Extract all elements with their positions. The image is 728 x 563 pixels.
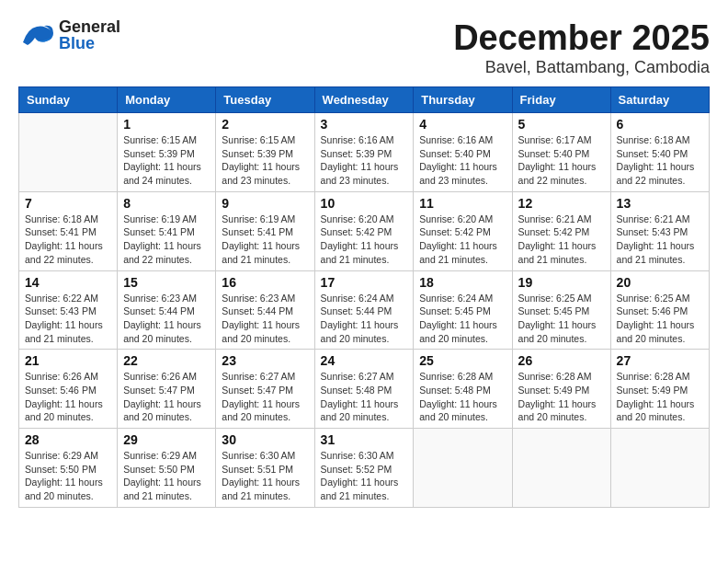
day-number: 7 (25, 196, 111, 211)
calendar-header-friday: Friday (512, 87, 610, 113)
day-info: Sunrise: 6:18 AM Sunset: 5:41 PM Dayligh… (25, 213, 111, 267)
day-number: 18 (419, 275, 506, 290)
calendar-header-sunday: Sunday (19, 87, 118, 113)
day-info: Sunrise: 6:20 AM Sunset: 5:42 PM Dayligh… (321, 213, 408, 267)
calendar-cell: 15Sunrise: 6:23 AM Sunset: 5:44 PM Dayli… (118, 270, 216, 350)
calendar-cell: 28Sunrise: 6:29 AM Sunset: 5:50 PM Dayli… (19, 429, 118, 508)
day-info: Sunrise: 6:30 AM Sunset: 5:52 PM Dayligh… (321, 449, 408, 503)
calendar-cell: 16Sunrise: 6:23 AM Sunset: 5:44 PM Dayli… (216, 270, 314, 350)
calendar-cell: 12Sunrise: 6:21 AM Sunset: 5:42 PM Dayli… (512, 191, 610, 270)
calendar-week-3: 14Sunrise: 6:22 AM Sunset: 5:43 PM Dayli… (19, 270, 710, 350)
logo: General Blue (18, 18, 120, 52)
calendar-cell: 14Sunrise: 6:22 AM Sunset: 5:43 PM Dayli… (19, 270, 118, 350)
day-info: Sunrise: 6:30 AM Sunset: 5:51 PM Dayligh… (222, 449, 308, 503)
location-title: Bavel, Battambang, Cambodia (453, 58, 710, 77)
day-info: Sunrise: 6:25 AM Sunset: 5:45 PM Dayligh… (518, 292, 605, 346)
calendar-cell: 17Sunrise: 6:24 AM Sunset: 5:44 PM Dayli… (314, 270, 414, 350)
calendar-cell: 18Sunrise: 6:24 AM Sunset: 5:45 PM Dayli… (414, 270, 512, 350)
day-info: Sunrise: 6:19 AM Sunset: 5:41 PM Dayligh… (123, 213, 210, 267)
calendar-cell: 23Sunrise: 6:27 AM Sunset: 5:47 PM Dayli… (216, 350, 314, 429)
day-info: Sunrise: 6:15 AM Sunset: 5:39 PM Dayligh… (123, 133, 210, 188)
day-number: 22 (123, 353, 210, 368)
day-info: Sunrise: 6:26 AM Sunset: 5:46 PM Dayligh… (25, 370, 111, 424)
day-number: 3 (321, 117, 408, 132)
day-number: 15 (123, 275, 210, 290)
calendar-cell: 4Sunrise: 6:16 AM Sunset: 5:40 PM Daylig… (414, 113, 512, 192)
day-number: 21 (25, 353, 111, 368)
calendar-week-1: 1Sunrise: 6:15 AM Sunset: 5:39 PM Daylig… (19, 113, 710, 192)
calendar-cell: 11Sunrise: 6:20 AM Sunset: 5:42 PM Dayli… (414, 191, 512, 270)
day-info: Sunrise: 6:17 AM Sunset: 5:40 PM Dayligh… (518, 133, 605, 188)
calendar-cell: 22Sunrise: 6:26 AM Sunset: 5:47 PM Dayli… (118, 350, 216, 429)
calendar-cell: 1Sunrise: 6:15 AM Sunset: 5:39 PM Daylig… (118, 113, 216, 192)
day-info: Sunrise: 6:15 AM Sunset: 5:39 PM Dayligh… (222, 133, 308, 188)
day-info: Sunrise: 6:26 AM Sunset: 5:47 PM Dayligh… (123, 370, 210, 424)
day-number: 5 (518, 117, 605, 132)
day-number: 19 (518, 275, 605, 290)
day-info: Sunrise: 6:25 AM Sunset: 5:46 PM Dayligh… (617, 292, 703, 346)
day-info: Sunrise: 6:28 AM Sunset: 5:49 PM Dayligh… (518, 370, 605, 424)
day-info: Sunrise: 6:24 AM Sunset: 5:44 PM Dayligh… (321, 292, 408, 346)
day-info: Sunrise: 6:29 AM Sunset: 5:50 PM Dayligh… (123, 449, 210, 503)
calendar-cell: 6Sunrise: 6:18 AM Sunset: 5:40 PM Daylig… (610, 113, 709, 192)
day-info: Sunrise: 6:23 AM Sunset: 5:44 PM Dayligh… (123, 292, 210, 346)
calendar-cell: 2Sunrise: 6:15 AM Sunset: 5:39 PM Daylig… (216, 113, 314, 192)
day-number: 4 (419, 117, 506, 132)
day-info: Sunrise: 6:21 AM Sunset: 5:43 PM Dayligh… (617, 213, 703, 267)
calendar-week-5: 28Sunrise: 6:29 AM Sunset: 5:50 PM Dayli… (19, 429, 710, 508)
day-number: 31 (321, 432, 408, 447)
day-info: Sunrise: 6:28 AM Sunset: 5:48 PM Dayligh… (419, 370, 506, 424)
day-number: 6 (617, 117, 703, 132)
day-info: Sunrise: 6:16 AM Sunset: 5:39 PM Dayligh… (321, 133, 408, 188)
day-number: 26 (518, 353, 605, 368)
calendar-cell: 5Sunrise: 6:17 AM Sunset: 5:40 PM Daylig… (512, 113, 610, 192)
day-number: 12 (518, 196, 605, 211)
calendar-cell (610, 429, 709, 508)
calendar-header-thursday: Thursday (414, 87, 512, 113)
day-number: 17 (321, 275, 408, 290)
calendar-cell: 13Sunrise: 6:21 AM Sunset: 5:43 PM Dayli… (610, 191, 709, 270)
day-info: Sunrise: 6:24 AM Sunset: 5:45 PM Dayligh… (419, 292, 506, 346)
title-area: December 2025 Bavel, Battambang, Cambodi… (453, 18, 710, 77)
calendar-cell: 21Sunrise: 6:26 AM Sunset: 5:46 PM Dayli… (19, 350, 118, 429)
calendar-cell: 19Sunrise: 6:25 AM Sunset: 5:45 PM Dayli… (512, 270, 610, 350)
logo-blue: Blue (59, 35, 120, 52)
calendar-header-saturday: Saturday (610, 87, 709, 113)
calendar-week-4: 21Sunrise: 6:26 AM Sunset: 5:46 PM Dayli… (19, 350, 710, 429)
day-number: 29 (123, 432, 210, 447)
calendar-header-tuesday: Tuesday (216, 87, 314, 113)
day-number: 23 (222, 353, 308, 368)
calendar-cell: 31Sunrise: 6:30 AM Sunset: 5:52 PM Dayli… (314, 429, 414, 508)
logo-general: General (59, 18, 120, 35)
day-number: 13 (617, 196, 703, 211)
calendar-cell: 10Sunrise: 6:20 AM Sunset: 5:42 PM Dayli… (314, 191, 414, 270)
calendar-cell: 26Sunrise: 6:28 AM Sunset: 5:49 PM Dayli… (512, 350, 610, 429)
calendar-cell: 29Sunrise: 6:29 AM Sunset: 5:50 PM Dayli… (118, 429, 216, 508)
day-info: Sunrise: 6:21 AM Sunset: 5:42 PM Dayligh… (518, 213, 605, 267)
day-number: 2 (222, 117, 308, 132)
day-number: 20 (617, 275, 703, 290)
calendar-cell (19, 113, 118, 192)
calendar-cell: 25Sunrise: 6:28 AM Sunset: 5:48 PM Dayli… (414, 350, 512, 429)
logo-icon (18, 19, 55, 52)
day-number: 11 (419, 196, 506, 211)
calendar-week-2: 7Sunrise: 6:18 AM Sunset: 5:41 PM Daylig… (19, 191, 710, 270)
calendar-header-monday: Monday (118, 87, 216, 113)
day-info: Sunrise: 6:18 AM Sunset: 5:40 PM Dayligh… (617, 133, 703, 188)
day-number: 30 (222, 432, 308, 447)
day-number: 9 (222, 196, 308, 211)
month-title: December 2025 (453, 18, 710, 58)
calendar-cell: 8Sunrise: 6:19 AM Sunset: 5:41 PM Daylig… (118, 191, 216, 270)
day-number: 14 (25, 275, 111, 290)
day-info: Sunrise: 6:16 AM Sunset: 5:40 PM Dayligh… (419, 133, 506, 188)
day-number: 25 (419, 353, 506, 368)
logo-text: General Blue (59, 18, 120, 52)
calendar-cell (414, 429, 512, 508)
day-number: 27 (617, 353, 703, 368)
day-info: Sunrise: 6:28 AM Sunset: 5:49 PM Dayligh… (617, 370, 703, 424)
page-header: General Blue December 2025 Bavel, Battam… (18, 18, 710, 77)
day-number: 10 (321, 196, 408, 211)
calendar-cell: 20Sunrise: 6:25 AM Sunset: 5:46 PM Dayli… (610, 270, 709, 350)
calendar-cell: 24Sunrise: 6:27 AM Sunset: 5:48 PM Dayli… (314, 350, 414, 429)
calendar-cell: 30Sunrise: 6:30 AM Sunset: 5:51 PM Dayli… (216, 429, 314, 508)
